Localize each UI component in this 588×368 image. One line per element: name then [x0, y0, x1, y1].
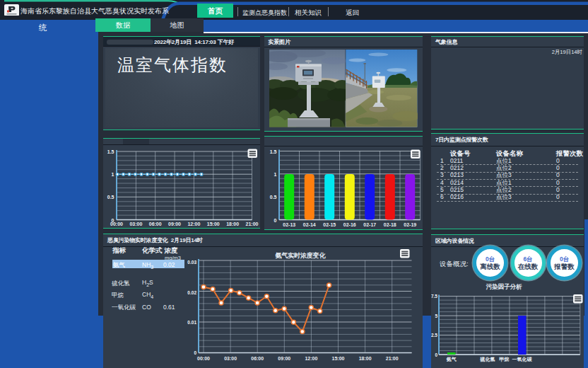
svg-text:00:00: 00:00	[197, 356, 210, 361]
svg-text:03:00: 03:00	[224, 356, 237, 361]
svg-text:02-16: 02-16	[343, 222, 355, 227]
svg-text:0.03: 0.03	[187, 260, 196, 265]
svg-text:06:00: 06:00	[251, 356, 264, 361]
svg-text:2.5: 2.5	[431, 333, 437, 338]
svg-text:硫化氢: 硫化氢	[479, 356, 495, 362]
svg-text:02-14: 02-14	[302, 222, 315, 227]
svg-text:02-15: 02-15	[323, 222, 336, 227]
svg-text:0: 0	[435, 352, 437, 357]
svg-text:7.5: 7.5	[431, 294, 437, 299]
svg-text:02-13: 02-13	[283, 222, 295, 227]
svg-text:甲烷: 甲烷	[499, 356, 509, 362]
svg-text:12:00: 12:00	[187, 222, 200, 226]
svg-text:02-18: 02-18	[383, 222, 396, 227]
svg-text:1.5: 1.5	[107, 149, 114, 154]
svg-text:18:00: 18:00	[226, 222, 239, 226]
svg-text:15:00: 15:00	[207, 222, 220, 226]
svg-text:21:00: 21:00	[386, 356, 399, 361]
svg-text:0.5: 0.5	[269, 195, 276, 200]
svg-text:1.5: 1.5	[269, 149, 276, 154]
svg-text:18:00: 18:00	[359, 356, 372, 361]
svg-text:1: 1	[112, 172, 114, 177]
svg-text:0.01: 0.01	[187, 320, 196, 325]
svg-text:00:00: 00:00	[110, 222, 123, 226]
svg-text:02-19: 02-19	[404, 222, 416, 227]
svg-text:0.5: 0.5	[107, 195, 114, 200]
svg-text:5: 5	[435, 314, 437, 318]
svg-text:1: 1	[274, 171, 276, 176]
svg-text:0: 0	[274, 217, 276, 222]
svg-text:一氧化碳: 一氧化碳	[512, 357, 533, 362]
svg-text:12:00: 12:00	[305, 356, 317, 361]
svg-text:0.02: 0.02	[187, 290, 196, 295]
svg-text:03:00: 03:00	[129, 222, 142, 226]
svg-text:02-17: 02-17	[363, 222, 376, 227]
svg-text:09:00: 09:00	[278, 356, 290, 361]
svg-text:06:00: 06:00	[149, 222, 162, 226]
svg-text:0: 0	[194, 350, 196, 355]
svg-text:09:00: 09:00	[168, 222, 181, 226]
svg-text:15:00: 15:00	[332, 356, 345, 361]
svg-text:21:00: 21:00	[246, 222, 259, 226]
svg-text:氨气: 氨气	[446, 357, 457, 362]
